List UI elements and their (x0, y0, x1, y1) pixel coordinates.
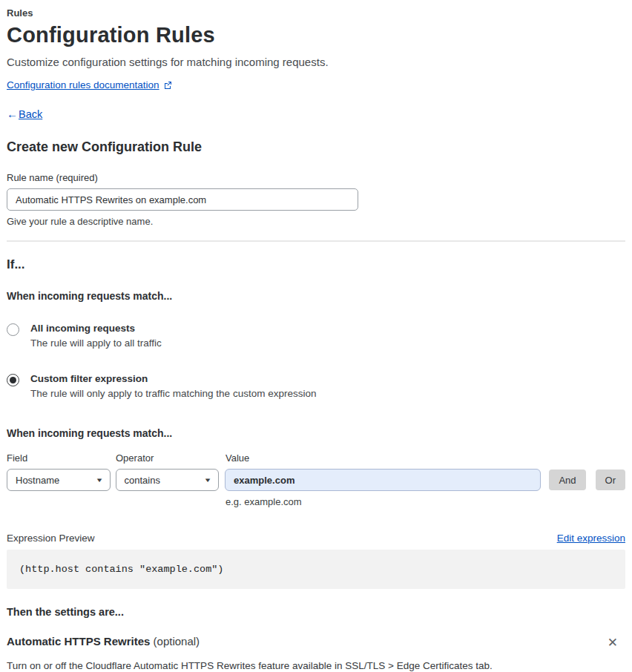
or-button[interactable]: Or (596, 470, 625, 490)
radio-option-description: The rule will only apply to traffic matc… (30, 388, 316, 399)
back-arrow-icon: ← (7, 108, 18, 120)
value-input[interactable] (225, 469, 541, 491)
then-settings-label: Then the settings are... (7, 606, 625, 618)
create-rule-section-title: Create new Configuration Rule (7, 139, 625, 155)
documentation-link[interactable]: Configuration rules documentation (7, 79, 159, 90)
setting-title: Automatic HTTPS Rewrites (optional) (7, 635, 200, 648)
close-icon[interactable]: ✕ (605, 635, 621, 650)
radio-option-description: The rule will apply to all traffic (30, 337, 162, 349)
if-heading: If... (7, 257, 625, 272)
all-incoming-requests-radio[interactable] (7, 323, 19, 336)
page-subtitle: Customize configuration settings for mat… (7, 56, 625, 68)
expression-preview-code: (http.host contains "example.com") (7, 550, 625, 589)
rule-name-input[interactable] (7, 188, 358, 211)
value-hint: e.g. example.com (226, 496, 625, 507)
custom-filter-expression-radio[interactable] (7, 374, 19, 386)
edit-expression-link[interactable]: Edit expression (557, 533, 625, 544)
section-divider (7, 240, 625, 242)
incoming-requests-match-label: When incoming requests match... (7, 290, 625, 302)
field-select-value: Hostname (16, 475, 59, 486)
chevron-down-icon: ▼ (204, 477, 212, 484)
external-link-icon (163, 81, 172, 90)
rule-name-label: Rule name (required) (7, 172, 625, 183)
rule-name-help: Give your rule a descriptive name. (7, 216, 625, 227)
chevron-down-icon: ▼ (95, 477, 103, 484)
and-button[interactable]: And (549, 470, 585, 490)
setting-name: Automatic HTTPS Rewrites (7, 635, 150, 648)
page-title: Configuration Rules (7, 23, 625, 47)
operator-select[interactable]: contains ▼ (116, 469, 220, 491)
radio-option-all-incoming-requests: All incoming requests The rule will appl… (7, 323, 625, 349)
configuration-rules-page: Rules Configuration Rules Customize conf… (0, 0, 632, 672)
field-column-label: Field (7, 452, 116, 464)
field-select[interactable]: Hostname ▼ (7, 469, 111, 491)
operator-select-value: contains (125, 475, 160, 486)
expression-preview-label: Expression Preview (7, 533, 95, 544)
setting-optional-label: (optional) (154, 635, 200, 648)
radio-option-label[interactable]: Custom filter expression (30, 373, 316, 384)
value-column-label: Value (226, 452, 249, 464)
back-link[interactable]: Back (19, 108, 42, 120)
radio-option-label[interactable]: All incoming requests (30, 323, 162, 334)
expression-builder-title: When incoming requests match... (7, 427, 625, 439)
operator-column-label: Operator (116, 452, 226, 464)
setting-description: Turn on or off the Cloudflare Automatic … (7, 660, 625, 671)
radio-option-custom-filter-expression: Custom filter expression The rule will o… (7, 373, 625, 399)
breadcrumb[interactable]: Rules (7, 7, 625, 19)
